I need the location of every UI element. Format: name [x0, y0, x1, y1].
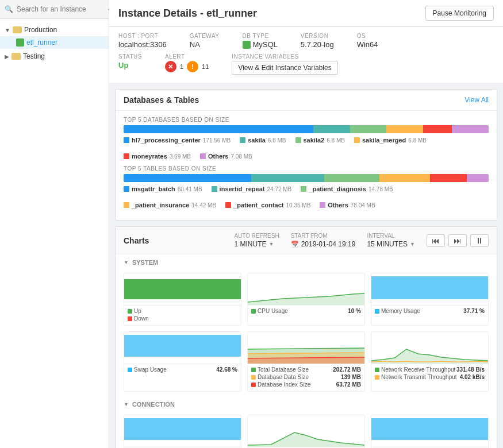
table-dot-msgattr: [124, 186, 129, 192]
chart-footer-row-net-transmit: Network Transmit Throughput 4.02 kB/s: [375, 374, 485, 380]
sidebar-item-etl-runner[interactable]: etl_runner: [0, 36, 109, 49]
table-dot-contact: [225, 202, 231, 208]
pause-button[interactable]: ⏸: [470, 234, 489, 247]
alert-badge-orange[interactable]: !: [187, 61, 198, 72]
folder-icon: [13, 26, 22, 33]
skip-back-button[interactable]: ⏮: [427, 234, 445, 247]
db-bar-sakila-merged: [386, 125, 423, 133]
sidebar-tree: ▼ Production etl_runner ▶ Testing: [0, 19, 109, 448]
chart-db-size: Total Database Size 202.72 MB Database D…: [247, 331, 365, 392]
os-label: OS: [357, 33, 378, 39]
db-dot-moneyrates: [124, 153, 129, 159]
playback-controls: ⏮ ⏭ ⏸: [427, 234, 489, 247]
instance-vars-label: INSTANCE VARIABLES: [232, 53, 337, 60]
gateway-value: NA: [190, 40, 220, 49]
instance-vars-button[interactable]: View & Edit Instance Variables: [232, 61, 337, 75]
auto-refresh-group: AUTO REFRESH 1 MINUTE ▼: [234, 233, 279, 248]
group-label-testing: Testing: [23, 52, 45, 60]
db-labels: hl7_processing_center 171.56 MB sakila 6…: [124, 137, 489, 160]
tree-group-production-header[interactable]: ▼ Production: [0, 24, 109, 36]
start-from-group: START FROM 📅 2019-01-04 19:19: [291, 233, 356, 248]
db-dot-sakila: [240, 137, 245, 143]
chart-area-cpu: [248, 273, 364, 305]
chart-footer-row-memory: Memory Usage 37.71 %: [375, 308, 485, 314]
databases-section-title: Databases & Tables: [124, 95, 199, 105]
system-subsection-title[interactable]: ▼ SYSTEM: [116, 254, 497, 268]
chart-footer-row-data-size: Database Data Size 139 MB: [251, 374, 361, 380]
instance-info: HOST : PORT localhost:3306 GATEWAY NA DB…: [109, 27, 503, 83]
gateway-label: GATEWAY: [190, 33, 220, 39]
group-label-production: Production: [24, 26, 57, 34]
db-label-sakila: sakila 6.8 MB: [240, 137, 286, 144]
db-label-moneyrates: moneyrates 3.69 MB: [124, 153, 191, 160]
system-charts-grid: Up Down CPU Usage: [116, 268, 497, 396]
alert-label: ALERT: [165, 53, 209, 60]
chart-footer-uptime: Up Down: [124, 305, 241, 325]
sidebar: 🔍 ← ▼ Production etl_runner ▶ Testing: [0, 0, 109, 448]
version-label: VERSION: [301, 33, 334, 39]
chart-area-swap: [124, 332, 241, 364]
auto-refresh-value[interactable]: 1 MINUTE ▼: [234, 240, 279, 248]
page-title: Instance Details - etl_runner: [118, 7, 257, 20]
version-item: VERSION 5.7.20-log: [301, 33, 334, 49]
chart-cpu: CPU Usage 10 %: [247, 273, 365, 326]
search-bar[interactable]: 🔍 ←: [0, 0, 109, 19]
charts-section-title: Charts: [124, 236, 149, 245]
dot-net-transmit: [375, 375, 379, 380]
chart-footer-row-cpu: CPU Usage 10 %: [251, 308, 361, 314]
db-dot-others: [200, 153, 206, 159]
os-value: Win64: [357, 40, 378, 49]
table-label-contact: _patient_contact 10.35 MB: [225, 202, 310, 208]
tree-group-testing-header[interactable]: ▶ Testing: [0, 50, 109, 63]
db-bar-others: [452, 125, 489, 133]
skip-forward-button[interactable]: ⏭: [448, 234, 467, 247]
connection-subsection-title[interactable]: ▼ CONNECTION: [116, 396, 497, 410]
db-label-sakila-merged: sakila_merged 6.8 MB: [354, 137, 427, 144]
calendar-icon: 📅: [291, 241, 299, 248]
chevron-down-icon-connection: ▼: [124, 401, 129, 407]
mysql-icon: [243, 41, 251, 49]
table-label-others2: Others 78.04 MB: [320, 202, 375, 208]
chart-footer-memory: Memory Usage 37.71 %: [371, 305, 488, 318]
pause-monitoring-button[interactable]: Pause Monitoring: [425, 6, 494, 21]
charts-toolbar: AUTO REFRESH 1 MINUTE ▼ START FROM 📅 201…: [234, 233, 489, 248]
table-dot-others2: [320, 202, 325, 208]
charts-section: Charts AUTO REFRESH 1 MINUTE ▼ START FRO…: [115, 226, 497, 448]
table-label-insertid: insertid_repeat 24.72 MB: [212, 186, 292, 192]
chart-area-memory: [371, 273, 488, 305]
dot-memory: [375, 309, 379, 314]
alert-badge-red[interactable]: ✕: [165, 61, 176, 72]
table-bar-diagnosis: [324, 174, 379, 182]
start-from-value[interactable]: 📅 2019-01-04 19:19: [291, 240, 356, 248]
db-label-others: Others 7.08 MB: [200, 153, 252, 160]
chart-area-uptime: [124, 273, 241, 305]
chevron-down-icon: ▼: [5, 27, 10, 33]
chart-footer-cpu: CPU Usage 10 %: [248, 305, 364, 318]
interval-label: INTERVAL: [367, 233, 415, 239]
search-input[interactable]: [17, 5, 103, 13]
db-bar-track: [124, 125, 489, 133]
db-bar-sakila: [313, 125, 350, 133]
db-dot-sakila-merged: [354, 137, 360, 143]
db-label-hl7: hl7_processing_center 171.56 MB: [124, 137, 231, 144]
db-dot-hl7: [124, 137, 129, 143]
table-bar-insertid: [251, 174, 324, 182]
tree-group-testing: ▶ Testing: [0, 50, 109, 63]
db-dot-sakila2: [295, 137, 301, 143]
chart-uptime: Up Down: [124, 273, 241, 326]
databases-section-body: TOP 5 DATABASES BASED ON SIZE hl7_proces…: [116, 111, 497, 220]
interval-value[interactable]: 15 MINUTES ▼: [367, 240, 415, 248]
chart-footer-row-total-db: Total Database Size 202.72 MB: [251, 366, 361, 373]
view-all-link[interactable]: View All: [464, 96, 489, 104]
sidebar-item-label: etl_runner: [26, 38, 57, 47]
host-port-label: HOST : PORT: [118, 33, 167, 39]
svg-marker-1: [248, 293, 364, 305]
chart-area-max-conn: [371, 415, 488, 447]
table-bar-msgattr: [124, 174, 251, 182]
chart-area-total-conn: [124, 415, 241, 447]
svg-rect-0: [124, 279, 241, 299]
start-from-label: START FROM: [291, 233, 356, 239]
db-bar-sakila2: [350, 125, 387, 133]
status-value: Up: [118, 61, 142, 69]
auto-refresh-label: AUTO REFRESH: [234, 233, 279, 239]
